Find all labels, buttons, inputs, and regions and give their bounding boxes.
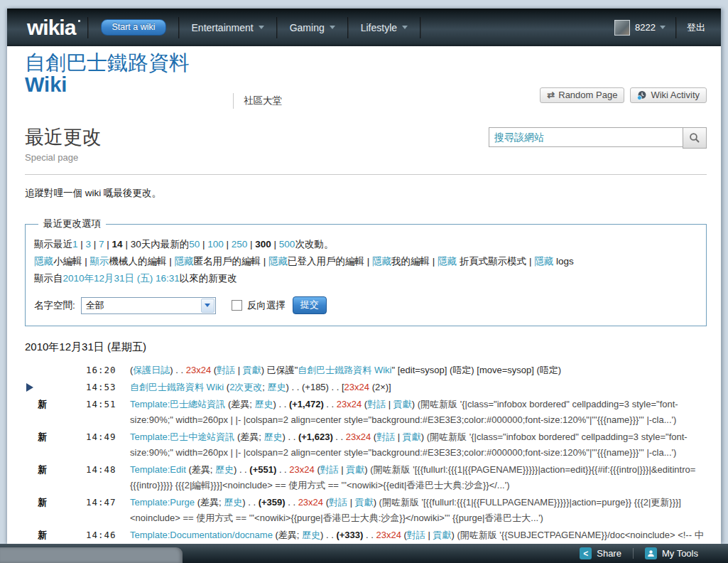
text-segment: ( (315, 464, 320, 475)
username-menu[interactable]: 8222 (635, 22, 665, 33)
text-segment: (差異; (186, 464, 215, 475)
user-area: 8222 登出 (614, 17, 705, 38)
wiki-link[interactable]: 1 (72, 239, 78, 250)
new-page-flag: 新 (38, 495, 47, 510)
rc-row: 新14:48Template:Edit (差異; 歷史) . . (+551) … (25, 462, 707, 493)
community-hall-link[interactable]: 社區大堂 (233, 93, 282, 109)
user-link[interactable]: 23x24 (289, 464, 314, 475)
wiki-link[interactable]: 對話 (329, 497, 347, 508)
wiki-link[interactable]: 隱藏 (34, 256, 53, 267)
shuffle-icon: ⇄ (547, 90, 555, 100)
user-link[interactable]: 23x24 (186, 365, 211, 375)
wiki-link[interactable]: 歷史 (255, 399, 273, 409)
namespace-select[interactable]: 全部 (81, 297, 216, 314)
wiki-link[interactable]: 自創巴士鐵路資料 Wiki (298, 365, 391, 375)
wiki-link[interactable]: 對話 (367, 399, 386, 409)
start-a-wiki-button[interactable]: Start a wiki (101, 19, 165, 36)
wiki-activity-label: Wiki Activity (651, 90, 700, 100)
wiki-link[interactable]: 歷史 (215, 464, 234, 475)
nav-label: Lifestyle (361, 22, 397, 33)
nav-lifestyle[interactable]: Lifestyle (361, 22, 408, 33)
text-segment: 已登入用戶的編輯 | (288, 256, 372, 267)
new-page-flag: 新 (38, 429, 47, 445)
wiki-link[interactable]: Template:巴士中途站資訊 (130, 431, 234, 442)
expand-arrow-icon[interactable] (26, 383, 33, 392)
nav-gaming[interactable]: Gaming (290, 22, 335, 33)
wiki-link[interactable]: 貢獻 (346, 464, 364, 475)
username-label: 8222 (635, 22, 656, 33)
wiki-link[interactable]: 自創巴士鐵路資料 Wiki (130, 382, 224, 392)
rc-options-legend: 最近更改選項 (38, 218, 106, 230)
wiki-link[interactable]: 貢獻 (433, 530, 451, 540)
logout-link[interactable]: 登出 (687, 21, 705, 34)
wiki-link[interactable]: 歷史 (224, 497, 242, 508)
invert-checkbox[interactable] (232, 300, 242, 311)
wiki-link[interactable]: Template:Edit (130, 464, 186, 475)
wiki-link[interactable]: 貢獻 (355, 497, 374, 508)
user-avatar[interactable] (614, 20, 630, 36)
text-segment: 300 (255, 239, 271, 250)
rc-time: 16:20 (86, 363, 116, 378)
person-icon (645, 547, 657, 559)
wiki-link[interactable]: 2010年12月31日 (五) 16:31 (63, 273, 180, 284)
wiki-link[interactable]: 對話 (376, 431, 395, 442)
wikia-logo[interactable]: wikia (27, 16, 75, 40)
search-input[interactable] (489, 127, 683, 147)
header-divider (675, 17, 677, 38)
wiki-activity-button[interactable]: Wiki Activity (630, 87, 707, 103)
wiki-link[interactable]: 歷史 (268, 382, 286, 392)
bottom-toolbar: < Share My Tools (0, 544, 728, 563)
share-label: Share (597, 548, 621, 559)
wiki-link[interactable]: 對話 (320, 464, 339, 475)
wiki-link[interactable]: 歷史 (302, 530, 320, 540)
wiki-link[interactable]: Template:Documentation/docname (130, 530, 273, 540)
wiki-link[interactable]: 隱藏 (534, 256, 553, 267)
wiki-link[interactable]: 100 (207, 239, 224, 250)
wiki-link[interactable]: 50 (189, 239, 200, 250)
wiki-link[interactable]: 貢獻 (243, 365, 261, 375)
submit-button[interactable]: 提交 (293, 296, 327, 314)
wiki-title[interactable]: 自創巴士鐵路資料 (25, 51, 707, 74)
rc-content: Template:Purge (差異; 歷史) . . (+359) . . 2… (130, 497, 681, 523)
user-link[interactable]: 23x24 (337, 399, 362, 409)
user-link[interactable]: 23x24 (376, 530, 401, 540)
wiki-link[interactable]: 3 (86, 239, 92, 250)
search-button[interactable] (683, 127, 707, 149)
wiki-link[interactable]: 保護日誌 (133, 365, 170, 375)
nav-entertainment[interactable]: Entertainment (192, 22, 264, 33)
header-divider (347, 17, 349, 38)
user-link[interactable]: 23x24 (344, 382, 369, 392)
text-segment: | (347, 497, 355, 508)
text-segment: ) . . (234, 464, 249, 475)
wiki-link[interactable]: 500 (279, 239, 295, 250)
text-segment: ) (421, 431, 427, 442)
wiki-link[interactable]: 歷史 (264, 431, 283, 442)
wiki-link[interactable]: 250 (232, 239, 248, 250)
wiki-link[interactable]: 對話 (407, 530, 425, 540)
wiki-link[interactable]: 顯示 (90, 256, 109, 267)
toolbar-handle[interactable] (0, 547, 183, 563)
random-page-button[interactable]: ⇄ Random Page (540, 87, 624, 103)
user-link[interactable]: 23x24 (346, 431, 371, 442)
rc-list: 16:20(保護日誌) . . 23x24 (對話 | 貢獻) 已保護"自創巴士… (25, 363, 707, 563)
wiki-link[interactable]: 隱藏 (438, 256, 457, 267)
wiki-link[interactable]: 對話 (217, 365, 235, 375)
text-segment: . . (333, 431, 346, 442)
text-segment: | (104, 239, 112, 250)
new-page-flag: 新 (38, 397, 47, 412)
wiki-link[interactable]: 隱藏 (268, 256, 288, 267)
wiki-link[interactable]: 隱藏 (372, 256, 391, 267)
wiki-link[interactable]: 2次更改 (229, 382, 262, 392)
my-tools-button[interactable]: My Tools (645, 547, 698, 559)
wiki-link[interactable]: 貢獻 (403, 431, 421, 442)
wiki-link[interactable]: 隱藏 (175, 256, 194, 267)
wiki-link[interactable]: 7 (99, 239, 104, 250)
share-button[interactable]: < Share (580, 547, 621, 559)
wiki-link[interactable]: Template:Purge (130, 497, 195, 508)
rc-row: 14:53自創巴士鐵路資料 Wiki (2次更改; 歷史) . . (+185)… (25, 380, 707, 395)
wiki-link[interactable]: 貢獻 (393, 399, 412, 409)
rc-row: 16:20(保護日誌) . . 23x24 (對話 | 貢獻) 已保護"自創巴士… (25, 363, 707, 378)
chevron-down-icon (259, 26, 264, 29)
user-link[interactable]: 23x24 (298, 497, 323, 508)
wiki-link[interactable]: Template:巴士總站資訊 (130, 399, 225, 409)
